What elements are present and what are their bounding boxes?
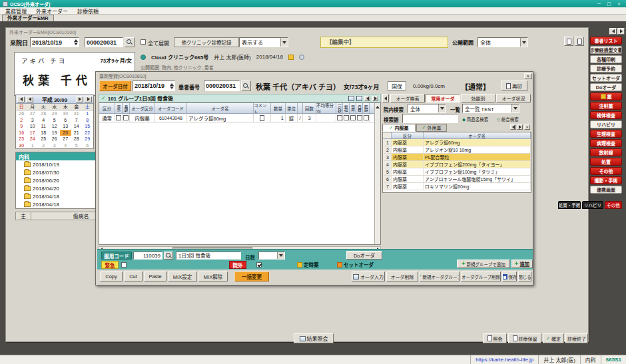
order-table-vscrollbar[interactable] (374, 103, 380, 244)
sidebar-item-injection[interactable]: 注射薬 (590, 102, 622, 110)
calendar-day[interactable]: 21 (71, 130, 83, 136)
sidebar-item-rehabilitation[interactable]: リハビリ (590, 120, 622, 128)
tab-gairai-order-emr[interactable]: 外来オーダーEMR (2, 15, 54, 21)
calendar-day[interactable]: 6 (60, 117, 71, 124)
longterm-checkbox[interactable] (123, 115, 129, 120)
maximize-icon[interactable]: ▢ (605, 1, 613, 7)
sidebar-item-reservation[interactable]: 診療予約 (590, 65, 622, 73)
sidebar-item-imaging-surgery[interactable]: 撮影・手術 (590, 176, 622, 184)
dose-code-search-button[interactable] (164, 252, 173, 260)
dialog-close-button[interactable]: 閉じる (518, 272, 531, 281)
paste-button[interactable]: Paste (144, 272, 166, 281)
confirm-button[interactable]: ✓ 確定 (543, 333, 564, 343)
sidebar-item-progress-doc[interactable]: 診療経過型文書 (590, 46, 622, 54)
keyword-input[interactable] (402, 114, 458, 123)
calendar-day[interactable]: 19 (49, 130, 61, 136)
order-delete-button[interactable]: オーダ削除 (386, 272, 418, 281)
tree-department[interactable]: 内科 (16, 152, 96, 160)
comment-icon[interactable] (260, 115, 264, 121)
sidebar-item-linked-screen[interactable]: 連携画面 (590, 186, 622, 194)
nav-next-icon[interactable] (617, 28, 625, 35)
calendar-day[interactable]: 26 (16, 110, 27, 117)
scope-select[interactable]: 全体 (477, 37, 528, 47)
urgent-checkbox[interactable] (116, 115, 121, 120)
calendar-next-year-icon[interactable] (85, 96, 92, 102)
statusbar-url[interactable]: https://karte.health-life.jp (470, 355, 538, 364)
hold-button[interactable]: 診療保留 (508, 333, 541, 343)
calendar-day[interactable]: 3 (49, 142, 61, 149)
date-spin-down-icon[interactable] (74, 43, 78, 45)
calendar-day[interactable]: 22 (82, 130, 93, 136)
mix-set-button[interactable]: MIX設定 (168, 272, 197, 281)
sidebar-item-physiology-test[interactable]: 生理検査 (590, 130, 622, 138)
tree-item-date[interactable]: 2018/04/18 (16, 192, 96, 200)
drug-row[interactable]: 1 内服薬 アレグラ錠60mg (383, 139, 531, 146)
calendar-day[interactable]: 1 (82, 110, 93, 117)
calendar-day[interactable]: 23 (16, 136, 27, 142)
calendar-day[interactable]: 4 (60, 142, 71, 149)
calendar-day[interactable]: 17 (27, 130, 39, 136)
minimize-icon[interactable]: ─ (595, 1, 603, 7)
mode-order-search[interactable]: オーダ検索 (390, 94, 425, 102)
calendar-next-month-icon[interactable] (76, 96, 83, 102)
calendar-day[interactable]: 29 (49, 110, 61, 117)
calendar-day[interactable]: 5 (71, 142, 83, 149)
category-tab-surgery[interactable]: 処置・手術 (558, 201, 581, 209)
tree-item-date[interactable]: 2018/04/20 (16, 184, 96, 192)
expand-rows-icon[interactable] (348, 96, 354, 101)
order-date-field[interactable]: 2018/10/19 (133, 81, 175, 91)
calendar-day[interactable]: 1 (27, 142, 39, 149)
save-button[interactable]: 保存 (502, 272, 517, 281)
calendar-day[interactable]: 31 (71, 110, 83, 117)
add-button[interactable]: + 追加 (511, 260, 533, 268)
list-next-icon[interactable] (517, 124, 523, 130)
calendar-prev-month-icon[interactable] (26, 96, 33, 102)
radio-product-name-search[interactable]: ◆ 商品名検索 (462, 116, 488, 122)
sidebar-item-specimen-test[interactable]: 検体検査 (590, 111, 622, 119)
list-close-icon[interactable]: × (524, 124, 530, 130)
calendar-day[interactable]: 18 (38, 130, 49, 136)
row-option-checkbox[interactable] (344, 115, 349, 120)
sidebar-item-radiology[interactable]: 放射線 (590, 148, 622, 156)
order-date-button[interactable]: オーダ日付 (99, 81, 131, 91)
patient-no-field[interactable]: 000020031 (204, 81, 240, 91)
order-group-bar[interactable]: ✓ 101 グループ1日3回 毎食後 (99, 94, 381, 102)
scroll-up-icon[interactable] (376, 106, 380, 108)
patient-search-button[interactable] (125, 37, 135, 47)
clinic-record-select[interactable]: 表示する (239, 37, 288, 47)
result-inquiry-button[interactable]: 結果照会 (294, 333, 334, 343)
drug-row[interactable]: 7 内服薬 ロキソマリン錠60mg (383, 183, 531, 190)
menu-gyomu-kanri[interactable]: 業務管理 (5, 7, 27, 15)
sidebar-item-set-order[interactable]: セットオーダ (590, 74, 622, 82)
tab-internal-medicine[interactable]: ✓ 内服薬 (382, 124, 416, 132)
category-tab-other[interactable]: その他 (605, 201, 622, 209)
do-order-button[interactable]: Doオーダ (346, 251, 382, 260)
order-group-delete-button[interactable]: オーダグループ削除 (461, 272, 501, 281)
mode-common-order[interactable]: 常用オーダ (426, 94, 460, 102)
row-option-checkbox[interactable] (357, 115, 362, 120)
drug-row[interactable]: 4 内服薬 イブプロフェン錠200mg「タイヨー」 (383, 161, 531, 168)
list-select[interactable]: 全一覧 TEST (462, 104, 519, 113)
regular-med-button[interactable]: 定時薬 (297, 261, 319, 268)
sidebar-item-print[interactable]: 各種印刷 (590, 55, 622, 63)
calendar-day[interactable]: 16 (16, 130, 27, 136)
list-prev-icon[interactable] (510, 124, 516, 130)
bulk-change-button[interactable]: 一括変更 (234, 272, 269, 281)
order-input-button[interactable]: オーダ入力 (352, 272, 385, 281)
drug-row[interactable]: 5 内服薬 イブプロフェン錠100mg「タツミ」 (383, 168, 531, 176)
group-prev-icon[interactable] (364, 96, 370, 101)
add-new-group-button[interactable]: + 新規グループで追加 (457, 260, 510, 268)
chevron-down-icon[interactable] (280, 38, 288, 47)
expand-all-checkbox[interactable] (141, 39, 146, 45)
calendar-day[interactable]: 3 (27, 117, 39, 124)
dialog-close-icon[interactable]: × (524, 73, 532, 79)
order-row[interactable]: 通常 内服薬 610443048 アレグラ錠60mg 1 錠 / 3 (99, 114, 380, 122)
calendar-day[interactable]: 28 (71, 136, 83, 142)
sidebar-item-other[interactable]: その他 (590, 167, 622, 175)
calendar-day[interactable]: 28 (38, 110, 49, 117)
set-order-button[interactable]: セットオーダ (337, 261, 374, 268)
sidebar-item-patient-list[interactable]: 患者リスト (590, 37, 622, 45)
calendar-day[interactable]: 5 (49, 117, 61, 124)
drug-row-selected[interactable]: 3 内服薬 PL配合顆粒 (383, 154, 531, 161)
urgent-flag-checkbox[interactable] (121, 262, 127, 268)
